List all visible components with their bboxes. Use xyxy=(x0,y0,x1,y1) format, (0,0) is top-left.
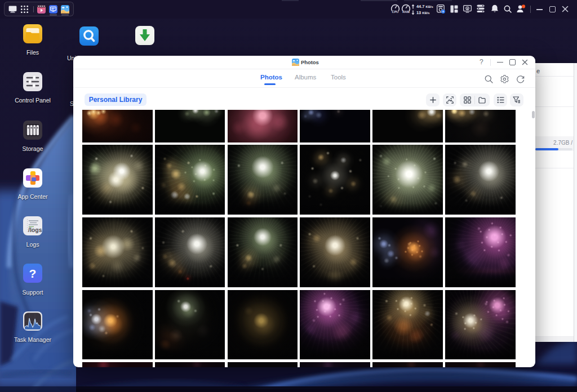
svg-text:RAM: RAM xyxy=(402,10,410,14)
svg-text:CPU: CPU xyxy=(392,10,399,14)
svg-text:?: ? xyxy=(29,267,37,280)
svg-text:/logs: /logs xyxy=(28,226,42,233)
